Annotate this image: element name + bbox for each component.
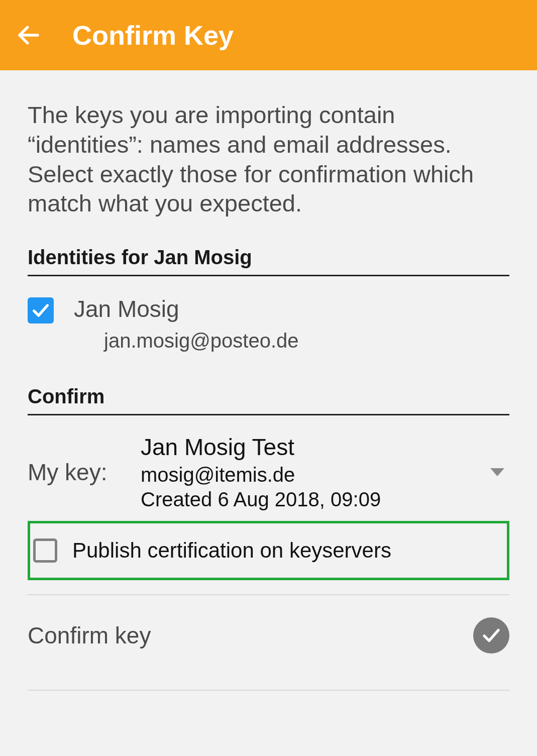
identity-checkbox[interactable] (28, 297, 54, 323)
intro-text: The keys you are importing contain “iden… (28, 100, 509, 219)
my-key-name: Jan Mosig Test (141, 434, 490, 461)
confirm-key-row[interactable]: Confirm key (28, 595, 509, 676)
app-bar: Confirm Key (0, 0, 537, 70)
my-key-label: My key: (28, 459, 141, 486)
check-icon (481, 625, 502, 646)
publish-checkbox[interactable] (33, 538, 57, 563)
confirm-key-label: Confirm key (28, 622, 151, 649)
publish-highlight-box: Publish certification on keyservers (28, 521, 509, 580)
divider (28, 690, 509, 691)
back-arrow-icon[interactable] (15, 22, 42, 49)
identity-name: Jan Mosig (74, 295, 299, 322)
my-key-email: mosig@itemis.de (141, 464, 490, 486)
publish-row[interactable]: Publish certification on keyservers (33, 538, 504, 563)
confirm-header: Confirm (28, 385, 509, 408)
my-key-created: Created 6 Aug 2018, 09:09 (141, 488, 490, 511)
divider (28, 414, 509, 415)
check-icon (31, 300, 51, 320)
publish-label: Publish certification on keyservers (72, 538, 391, 563)
divider (28, 275, 509, 276)
app-bar-title: Confirm Key (72, 20, 234, 51)
identity-email: jan.mosig@posteo.de (104, 330, 299, 352)
identities-header: Identities for Jan Mosig (28, 246, 509, 269)
my-key-selector[interactable]: My key: Jan Mosig Test mosig@itemis.de C… (28, 430, 509, 511)
chevron-down-icon (490, 468, 504, 476)
confirm-key-button[interactable] (473, 617, 509, 654)
identity-row[interactable]: Jan Mosig jan.mosig@posteo.de (28, 291, 509, 367)
